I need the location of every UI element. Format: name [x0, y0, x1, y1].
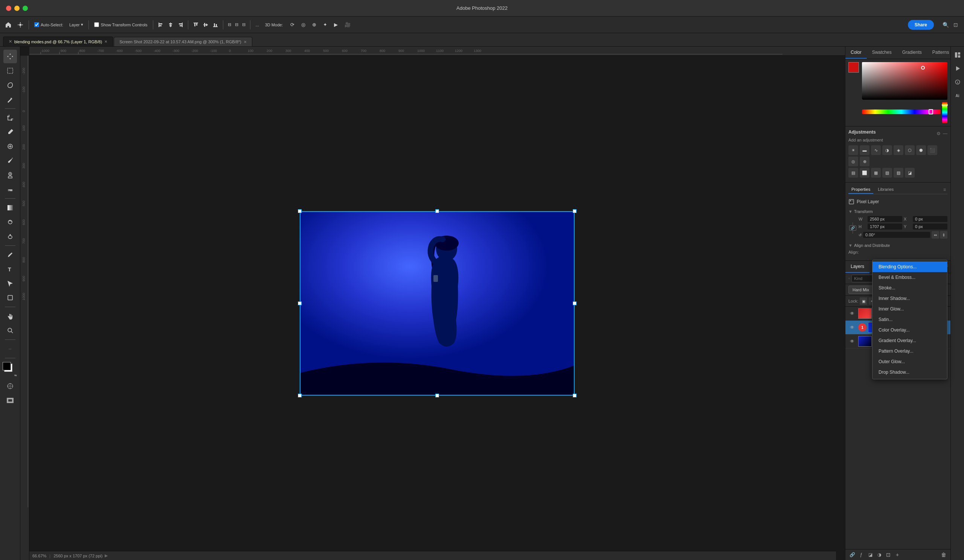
tab-properties[interactable]: Properties: [848, 185, 873, 194]
hand-tool[interactable]: [3, 309, 17, 323]
path-select-tool[interactable]: [3, 277, 17, 290]
rotation-value[interactable]: 0.00°: [863, 232, 930, 238]
info-arrow[interactable]: ▶: [105, 553, 108, 558]
handle-bottom-mid[interactable]: [435, 394, 439, 398]
height-value[interactable]: 1707 px: [868, 224, 902, 230]
eraser-tool[interactable]: [3, 183, 17, 196]
ctx-satin[interactable]: Satin...: [873, 314, 947, 325]
handle-top-mid[interactable]: [435, 209, 439, 213]
handle-mid-left[interactable]: [298, 302, 301, 305]
layer-select[interactable]: Layer ▾: [67, 21, 86, 29]
layer-3-vis[interactable]: 👁: [848, 310, 856, 317]
add-mask-btn[interactable]: ◪: [866, 551, 874, 558]
current-color-swatch[interactable]: [848, 62, 859, 73]
play-actions-icon[interactable]: [952, 63, 963, 74]
ctx-drop-shadow[interactable]: Drop Shadow...: [873, 367, 947, 377]
3d-tool3[interactable]: ✦: [321, 20, 329, 29]
handle-mid-right[interactable]: [573, 302, 576, 305]
crop-tool[interactable]: [3, 111, 17, 125]
dist-3-btn[interactable]: ⊟: [241, 21, 247, 28]
blur-tool[interactable]: [3, 215, 17, 229]
magic-wand-tool[interactable]: [3, 93, 17, 106]
auto-select-check[interactable]: [34, 22, 39, 27]
flip-h-btn[interactable]: ⇔: [931, 231, 939, 239]
move-tool-btn[interactable]: [15, 20, 26, 29]
minimize-button[interactable]: [14, 6, 20, 11]
width-value[interactable]: 2560 px: [868, 216, 902, 222]
align-left-btn[interactable]: [156, 21, 165, 29]
ctx-blending-options[interactable]: Blending Options...: [873, 261, 947, 272]
search-icon[interactable]: 🔍: [943, 22, 949, 28]
window-controls[interactable]: [6, 6, 28, 11]
dist-h-btn[interactable]: ⊟: [226, 21, 233, 28]
layer-1-vis[interactable]: 👁: [848, 324, 856, 331]
align-distribute-title[interactable]: ▼ Align and Distribute: [848, 243, 948, 248]
adj-photofilter-icon[interactable]: ◎: [848, 157, 858, 166]
panel-toggle-icon[interactable]: ⊡: [953, 22, 958, 28]
shape-tool[interactable]: [3, 291, 17, 304]
show-transform-controls-btn[interactable]: Show Transform Controls: [92, 21, 150, 29]
adj-channelmix-icon[interactable]: ⊕: [860, 157, 870, 166]
adj-bw-icon[interactable]: ⬛: [928, 145, 937, 155]
3d-tool2[interactable]: ⊕: [310, 20, 319, 29]
handle-top-right[interactable]: [573, 209, 576, 213]
pen-tool[interactable]: [3, 248, 17, 261]
auto-select-checkbox[interactable]: Auto-Select:: [32, 21, 65, 29]
tab-blending-modes[interactable]: ✕ blending modes.psd @ 66.7% (Layer 1, R…: [3, 37, 113, 46]
flip-v-btn[interactable]: ⇕: [940, 231, 948, 239]
rotate-3d-btn[interactable]: ⟳: [288, 20, 297, 29]
align-top-btn[interactable]: [191, 21, 200, 29]
layer-effects-btn[interactable]: ƒ: [857, 551, 865, 558]
hue-slider[interactable]: [862, 110, 941, 114]
align-center-h-btn[interactable]: [166, 21, 175, 29]
x-value[interactable]: 0 px: [913, 216, 948, 222]
text-tool[interactable]: T: [3, 262, 17, 276]
transform-controls-check[interactable]: [94, 22, 99, 27]
ctx-gradient-overlay[interactable]: Gradient Overlay...: [873, 335, 947, 346]
adj-exposure-icon[interactable]: ◑: [882, 145, 892, 155]
adjustments-settings-icon[interactable]: ⚙: [936, 131, 941, 136]
align-right-btn[interactable]: [176, 21, 185, 29]
ctx-bevel-emboss[interactable]: Bevel & Emboss...: [873, 272, 947, 282]
adj-threshold-icon[interactable]: ▧: [882, 168, 892, 178]
threed-mode-btn[interactable]: 3D Mode:: [263, 21, 285, 29]
ctx-inner-glow[interactable]: Inner Glow...: [873, 304, 947, 314]
vertical-hue-strip[interactable]: [942, 102, 948, 123]
screen-mode-btn[interactable]: [3, 394, 17, 407]
adj-gradient-icon[interactable]: ▨: [894, 168, 904, 178]
ctx-inner-shadow[interactable]: Inner Shadow...: [873, 293, 947, 304]
ctx-pattern-overlay[interactable]: Pattern Overlay...: [873, 346, 947, 356]
handle-top-left[interactable]: [298, 209, 301, 213]
share-button[interactable]: Share: [908, 20, 934, 30]
3d-tool5[interactable]: 🎥: [342, 20, 353, 29]
align-bottom-btn[interactable]: [211, 21, 220, 29]
tab-screenshot[interactable]: Screen Shot 2022-09-22 at 10.57.43 AM.pn…: [114, 37, 252, 46]
zoom-tool[interactable]: [3, 324, 17, 337]
align-center-v-btn[interactable]: [201, 21, 210, 29]
adj-hsl-icon[interactable]: ⬡: [905, 145, 915, 155]
clone-tool[interactable]: [3, 168, 17, 182]
tab-swatches[interactable]: Swatches: [867, 47, 897, 59]
quick-mask-btn[interactable]: [3, 379, 17, 393]
adj-brightness-icon[interactable]: ☀: [848, 145, 858, 155]
adj-colorlookup-icon[interactable]: ▤: [848, 168, 858, 178]
brush-tool[interactable]: [3, 154, 17, 167]
ctx-outer-glow[interactable]: Outer Glow...: [873, 356, 947, 367]
bg-vis[interactable]: 👁: [848, 338, 856, 345]
create-fill-btn[interactable]: ◑: [876, 551, 883, 558]
dodge-tool[interactable]: [3, 230, 17, 243]
move-tool[interactable]: [3, 50, 17, 63]
heal-tool[interactable]: [3, 140, 17, 153]
canvas-content[interactable]: [29, 56, 845, 551]
adjustments-collapse-icon[interactable]: —: [943, 131, 948, 136]
adj-posterize-icon[interactable]: ▦: [871, 168, 881, 178]
eyedropper-tool[interactable]: [3, 125, 17, 139]
y-value[interactable]: 0 px: [913, 224, 948, 230]
tab-screenshot-close[interactable]: ✕: [244, 40, 247, 44]
close-button[interactable]: [6, 6, 11, 11]
properties-menu-btn[interactable]: ≡: [942, 185, 948, 194]
tab-color[interactable]: Color: [845, 47, 867, 59]
link-layers-btn[interactable]: 🔗: [848, 551, 856, 558]
adj-colorbalance-icon[interactable]: ⬢: [916, 145, 926, 155]
foreground-color-swatch[interactable]: [3, 362, 11, 370]
